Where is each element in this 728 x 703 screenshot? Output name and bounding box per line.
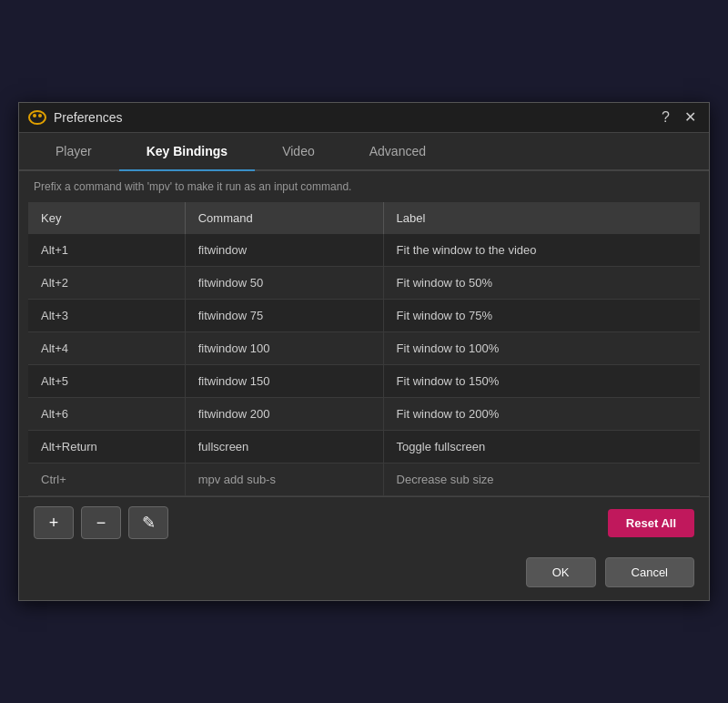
- cell-command: fitwindow 75: [185, 300, 383, 332]
- table-row[interactable]: Alt+5fitwindow 150Fit window to 150%: [28, 365, 700, 398]
- table-scroll[interactable]: Key Command Label Alt+1fitwindowFit the …: [28, 202, 700, 496]
- help-button[interactable]: ?: [658, 110, 673, 125]
- table-header-row: Key Command Label: [28, 202, 700, 234]
- cell-key: Alt+3: [28, 300, 185, 332]
- table-row[interactable]: Alt+3fitwindow 75Fit window to 75%: [28, 300, 700, 332]
- cell-key: Alt+5: [28, 365, 185, 398]
- cell-command: fitwindow 200: [185, 398, 383, 431]
- cell-key: Alt+1: [28, 234, 185, 267]
- bottom-action-bar: + − ✎ Reset All: [19, 496, 709, 548]
- cell-label: Fit window to 50%: [383, 267, 700, 300]
- cell-command: mpv add sub-s: [185, 464, 383, 496]
- col-key: Key: [28, 202, 185, 234]
- cell-label: Fit the window to the video: [383, 234, 700, 267]
- table-body: Alt+1fitwindowFit the window to the vide…: [28, 234, 700, 496]
- cell-label: Fit window to 200%: [383, 398, 700, 431]
- table-row[interactable]: Alt+ReturnfullscreenToggle fullscreen: [28, 431, 700, 464]
- cell-label: Fit window to 100%: [383, 332, 700, 365]
- close-button[interactable]: ✕: [681, 110, 700, 125]
- cell-key: Alt+2: [28, 267, 185, 300]
- cell-command: fitwindow: [185, 234, 383, 267]
- tab-video[interactable]: Video: [255, 133, 342, 171]
- title-bar: Preferences ? ✕: [19, 103, 709, 133]
- cell-label: Fit window to 75%: [383, 300, 700, 332]
- cell-label: Decrease sub size: [383, 464, 700, 496]
- cell-key: Alt+4: [28, 332, 185, 365]
- key-bindings-table-container: Key Command Label Alt+1fitwindowFit the …: [28, 202, 700, 496]
- cancel-button[interactable]: Cancel: [605, 557, 694, 587]
- cell-command: fullscreen: [185, 431, 383, 464]
- table-row[interactable]: Alt+1fitwindowFit the window to the vide…: [28, 234, 700, 267]
- cell-command: fitwindow 150: [185, 365, 383, 398]
- window-title: Preferences: [54, 110, 651, 125]
- cell-label: Toggle fullscreen: [383, 431, 700, 464]
- table-row[interactable]: Alt+2fitwindow 50Fit window to 50%: [28, 267, 700, 300]
- remove-binding-button[interactable]: −: [81, 506, 121, 539]
- cell-command: fitwindow 50: [185, 267, 383, 300]
- app-icon: [28, 108, 46, 127]
- cell-label: Fit window to 150%: [383, 365, 700, 398]
- add-binding-button[interactable]: +: [34, 506, 74, 539]
- reset-all-button[interactable]: Reset All: [608, 509, 694, 537]
- table-row[interactable]: Alt+4fitwindow 100Fit window to 100%: [28, 332, 700, 365]
- tab-bar: Player Key Bindings Video Advanced: [19, 133, 709, 171]
- hint-text: Prefix a command with 'mpv' to make it r…: [19, 171, 709, 202]
- cell-command: fitwindow 100: [185, 332, 383, 365]
- preferences-window: Preferences ? ✕ Player Key Bindings Vide…: [18, 102, 710, 601]
- ok-button[interactable]: OK: [526, 557, 596, 587]
- table-row[interactable]: Alt+6fitwindow 200Fit window to 200%: [28, 398, 700, 431]
- svg-point-1: [33, 114, 36, 117]
- key-bindings-table: Key Command Label Alt+1fitwindowFit the …: [28, 202, 700, 496]
- svg-point-0: [29, 111, 46, 124]
- cell-key: Ctrl+: [28, 464, 185, 496]
- cell-key: Alt+6: [28, 398, 185, 431]
- table-row[interactable]: Ctrl+mpv add sub-sDecrease sub size: [28, 464, 700, 496]
- tab-advanced[interactable]: Advanced: [342, 133, 453, 171]
- svg-point-2: [38, 114, 42, 117]
- tab-key-bindings[interactable]: Key Bindings: [119, 133, 255, 171]
- title-bar-buttons: ? ✕: [658, 110, 700, 125]
- col-command: Command: [185, 202, 383, 234]
- cell-key: Alt+Return: [28, 431, 185, 464]
- col-label: Label: [383, 202, 700, 234]
- dialog-action-bar: OK Cancel: [19, 548, 709, 600]
- edit-binding-button[interactable]: ✎: [128, 506, 168, 539]
- tab-player[interactable]: Player: [28, 133, 119, 171]
